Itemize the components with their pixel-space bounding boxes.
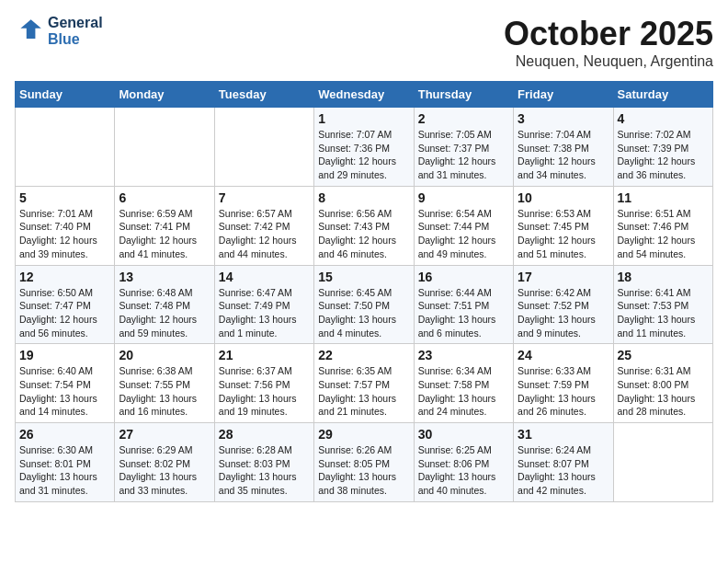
day-number: 10 [518, 190, 609, 205]
week-row-5: 26Sunrise: 6:30 AMSunset: 8:01 PMDayligh… [16, 423, 713, 502]
day-info: Sunrise: 6:24 AMSunset: 8:07 PMDaylight:… [518, 443, 609, 498]
day-info: Sunrise: 7:04 AMSunset: 7:38 PMDaylight:… [518, 128, 609, 182]
day-info: Sunrise: 6:25 AMSunset: 8:06 PMDaylight:… [418, 443, 509, 498]
calendar-cell: 9Sunrise: 6:54 AMSunset: 7:44 PMDaylight… [414, 186, 513, 265]
day-number: 26 [19, 427, 110, 442]
calendar-cell: 22Sunrise: 6:35 AMSunset: 7:57 PMDayligh… [314, 344, 414, 423]
location-title: Neuquen, Neuquen, Argentina [504, 53, 713, 70]
day-info: Sunrise: 6:33 AMSunset: 7:59 PMDaylight:… [518, 364, 609, 419]
calendar-cell: 1Sunrise: 7:07 AMSunset: 7:36 PMDaylight… [314, 108, 414, 187]
day-number: 23 [418, 348, 509, 362]
day-number: 6 [119, 190, 210, 205]
calendar-cell: 10Sunrise: 6:53 AMSunset: 7:45 PMDayligh… [514, 186, 613, 265]
calendar-cell: 23Sunrise: 6:34 AMSunset: 7:58 PMDayligh… [414, 344, 513, 423]
svg-marker-0 [20, 19, 40, 39]
calendar-cell: 14Sunrise: 6:47 AMSunset: 7:49 PMDayligh… [214, 265, 313, 344]
day-info: Sunrise: 7:01 AMSunset: 7:40 PMDaylight:… [19, 207, 110, 261]
calendar-cell [115, 108, 214, 187]
day-number: 7 [219, 190, 310, 205]
day-info: Sunrise: 6:44 AMSunset: 7:51 PMDaylight:… [418, 286, 509, 340]
day-info: Sunrise: 6:37 AMSunset: 7:56 PMDaylight:… [219, 364, 310, 419]
day-number: 25 [618, 348, 709, 362]
day-info: Sunrise: 6:38 AMSunset: 7:55 PMDaylight:… [119, 364, 210, 419]
calendar-cell: 3Sunrise: 7:04 AMSunset: 7:38 PMDaylight… [514, 108, 613, 187]
day-header-monday: Monday [115, 82, 214, 108]
day-header-friday: Friday [514, 82, 613, 108]
day-header-wednesday: Wednesday [314, 82, 414, 108]
calendar-cell: 2Sunrise: 7:05 AMSunset: 7:37 PMDaylight… [414, 108, 513, 187]
calendar-cell: 4Sunrise: 7:02 AMSunset: 7:39 PMDaylight… [613, 108, 712, 187]
day-header-sunday: Sunday [16, 82, 115, 108]
day-number: 1 [318, 111, 409, 126]
calendar-cell [613, 423, 712, 502]
day-number: 8 [318, 190, 409, 205]
week-row-4: 19Sunrise: 6:40 AMSunset: 7:54 PMDayligh… [16, 344, 713, 423]
calendar-cell: 25Sunrise: 6:31 AMSunset: 8:00 PMDayligh… [613, 344, 712, 423]
calendar-cell [214, 108, 313, 187]
calendar-cell: 8Sunrise: 6:56 AMSunset: 7:43 PMDaylight… [314, 186, 414, 265]
calendar-cell: 19Sunrise: 6:40 AMSunset: 7:54 PMDayligh… [16, 344, 115, 423]
calendar-cell: 28Sunrise: 6:28 AMSunset: 8:03 PMDayligh… [214, 423, 313, 502]
calendar-cell: 24Sunrise: 6:33 AMSunset: 7:59 PMDayligh… [514, 344, 613, 423]
day-number: 31 [518, 427, 609, 442]
day-info: Sunrise: 6:42 AMSunset: 7:52 PMDaylight:… [518, 286, 609, 340]
calendar-cell [16, 108, 115, 187]
day-number: 17 [518, 270, 609, 284]
calendar-cell: 29Sunrise: 6:26 AMSunset: 8:05 PMDayligh… [314, 423, 414, 502]
day-number: 2 [418, 111, 509, 126]
day-number: 30 [418, 427, 509, 442]
day-number: 19 [19, 348, 110, 362]
day-number: 5 [19, 190, 110, 205]
day-number: 11 [618, 190, 709, 205]
day-info: Sunrise: 6:51 AMSunset: 7:46 PMDaylight:… [618, 207, 709, 261]
day-number: 21 [219, 348, 310, 362]
day-info: Sunrise: 6:48 AMSunset: 7:48 PMDaylight:… [119, 286, 210, 340]
day-info: Sunrise: 6:29 AMSunset: 8:02 PMDaylight:… [119, 443, 210, 498]
logo-icon [15, 17, 44, 46]
logo: General Blue [15, 15, 103, 48]
month-title: October 2025 [504, 15, 713, 53]
header: General Blue October 2025 Neuquen, Neuqu… [15, 15, 713, 70]
week-row-2: 5Sunrise: 7:01 AMSunset: 7:40 PMDaylight… [16, 186, 713, 265]
calendar-cell: 16Sunrise: 6:44 AMSunset: 7:51 PMDayligh… [414, 265, 513, 344]
calendar-cell: 7Sunrise: 6:57 AMSunset: 7:42 PMDaylight… [214, 186, 313, 265]
day-number: 16 [418, 270, 509, 284]
day-info: Sunrise: 7:02 AMSunset: 7:39 PMDaylight:… [618, 128, 709, 182]
calendar-cell: 6Sunrise: 6:59 AMSunset: 7:41 PMDaylight… [115, 186, 214, 265]
calendar-cell: 15Sunrise: 6:45 AMSunset: 7:50 PMDayligh… [314, 265, 414, 344]
day-number: 13 [119, 270, 210, 284]
week-row-3: 12Sunrise: 6:50 AMSunset: 7:47 PMDayligh… [16, 265, 713, 344]
day-number: 9 [418, 190, 509, 205]
day-header-tuesday: Tuesday [214, 82, 313, 108]
day-number: 18 [618, 270, 709, 284]
calendar-cell: 17Sunrise: 6:42 AMSunset: 7:52 PMDayligh… [514, 265, 613, 344]
day-number: 4 [618, 111, 709, 126]
day-number: 14 [219, 270, 310, 284]
day-info: Sunrise: 6:31 AMSunset: 8:00 PMDaylight:… [618, 364, 709, 419]
day-info: Sunrise: 6:54 AMSunset: 7:44 PMDaylight:… [418, 207, 509, 261]
calendar-header-row: SundayMondayTuesdayWednesdayThursdayFrid… [16, 82, 713, 108]
title-area: October 2025 Neuquen, Neuquen, Argentina [504, 15, 713, 70]
day-number: 20 [119, 348, 210, 362]
day-header-thursday: Thursday [414, 82, 513, 108]
calendar-table: SundayMondayTuesdayWednesdayThursdayFrid… [15, 81, 713, 502]
day-info: Sunrise: 6:56 AMSunset: 7:43 PMDaylight:… [318, 207, 409, 261]
logo-text: General Blue [48, 15, 103, 48]
calendar-cell: 30Sunrise: 6:25 AMSunset: 8:06 PMDayligh… [414, 423, 513, 502]
day-number: 15 [318, 270, 409, 284]
calendar-cell: 20Sunrise: 6:38 AMSunset: 7:55 PMDayligh… [115, 344, 214, 423]
calendar-cell: 11Sunrise: 6:51 AMSunset: 7:46 PMDayligh… [613, 186, 712, 265]
day-number: 24 [518, 348, 609, 362]
day-number: 22 [318, 348, 409, 362]
day-header-saturday: Saturday [613, 82, 712, 108]
day-info: Sunrise: 6:47 AMSunset: 7:49 PMDaylight:… [219, 286, 310, 340]
calendar-cell: 5Sunrise: 7:01 AMSunset: 7:40 PMDaylight… [16, 186, 115, 265]
calendar-cell: 31Sunrise: 6:24 AMSunset: 8:07 PMDayligh… [514, 423, 613, 502]
day-info: Sunrise: 7:05 AMSunset: 7:37 PMDaylight:… [418, 128, 509, 182]
calendar-cell: 12Sunrise: 6:50 AMSunset: 7:47 PMDayligh… [16, 265, 115, 344]
day-info: Sunrise: 6:59 AMSunset: 7:41 PMDaylight:… [119, 207, 210, 261]
day-info: Sunrise: 6:45 AMSunset: 7:50 PMDaylight:… [318, 286, 409, 340]
day-info: Sunrise: 6:26 AMSunset: 8:05 PMDaylight:… [318, 443, 409, 498]
day-info: Sunrise: 6:41 AMSunset: 7:53 PMDaylight:… [618, 286, 709, 340]
day-info: Sunrise: 6:57 AMSunset: 7:42 PMDaylight:… [219, 207, 310, 261]
